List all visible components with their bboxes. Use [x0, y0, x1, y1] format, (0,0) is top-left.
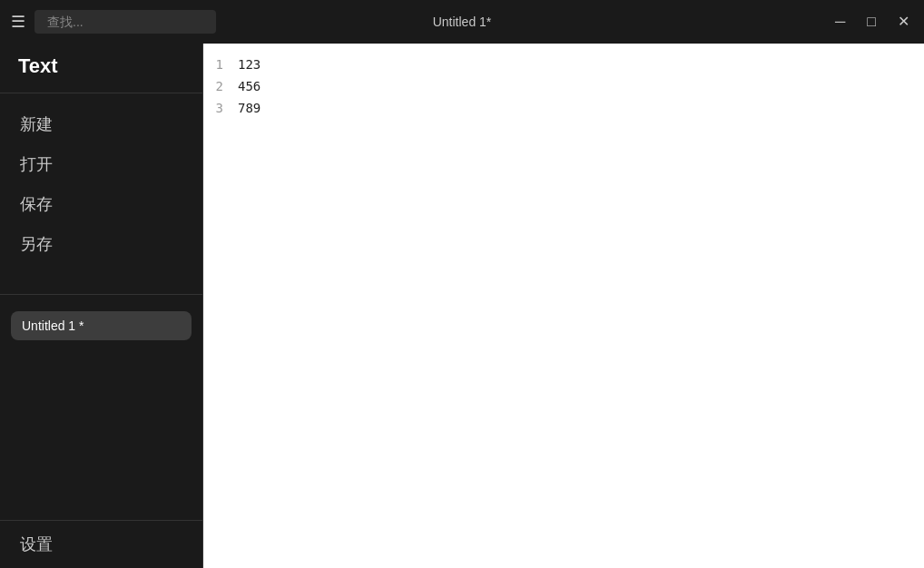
line-number-3: 3 — [214, 98, 223, 120]
editor-textarea[interactable]: 123 456 789 — [231, 44, 924, 568]
window-controls: ─ □ ✕ — [831, 11, 913, 33]
search-input[interactable] — [34, 10, 216, 34]
sidebar: Text 新建 打开 保存 另存 Untitled 1 * 设置 — [0, 44, 203, 568]
window-title: Untitled 1* — [433, 15, 492, 29]
title-bar: ☰ Untitled 1* ─ □ ✕ — [0, 0, 924, 44]
editor-content: 1 2 3 123 456 789 — [203, 44, 924, 568]
sidebar-files: Untitled 1 * — [0, 302, 202, 349]
sidebar-menu: 新建 打开 保存 另存 — [0, 93, 202, 287]
sidebar-divider — [0, 294, 202, 295]
app-window: ☰ Untitled 1* ─ □ ✕ Text 新建 打开 保存 另存 Unt… — [0, 0, 924, 568]
editor-area: 1 2 3 123 456 789 — [203, 44, 924, 568]
main-area: Text 新建 打开 保存 另存 Untitled 1 * 设置 1 2 — [0, 44, 924, 568]
line-number-1: 1 — [214, 54, 223, 76]
minimize-button[interactable]: ─ — [831, 11, 849, 33]
maximize-button[interactable]: □ — [863, 11, 880, 33]
sidebar-item-open[interactable]: 打开 — [0, 144, 202, 184]
line-numbers: 1 2 3 — [203, 44, 231, 568]
sidebar-item-save[interactable]: 保存 — [0, 184, 202, 224]
sidebar-item-saveas[interactable]: 另存 — [0, 224, 202, 264]
sidebar-header: Text — [0, 44, 202, 93]
menu-icon[interactable]: ☰ — [11, 14, 25, 30]
sidebar-item-settings[interactable]: 设置 — [20, 534, 182, 555]
close-button[interactable]: ✕ — [894, 11, 913, 33]
line-number-2: 2 — [214, 76, 223, 98]
sidebar-item-new[interactable]: 新建 — [0, 104, 202, 144]
sidebar-file-untitled1[interactable]: Untitled 1 * — [11, 311, 192, 340]
sidebar-footer: 设置 — [0, 520, 202, 568]
